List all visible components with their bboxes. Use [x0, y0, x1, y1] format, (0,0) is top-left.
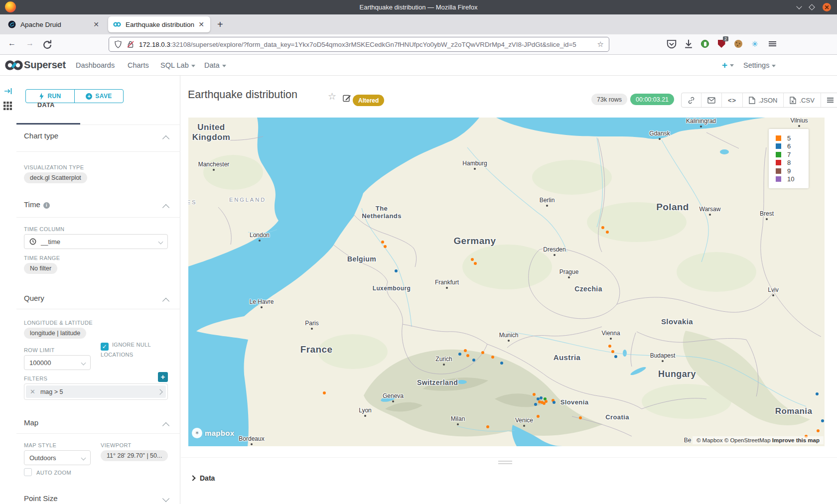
container-icon[interactable]: ✳ [749, 38, 760, 49]
earthquake-point[interactable] [537, 415, 540, 418]
time-column-select[interactable]: __time [24, 234, 168, 249]
favorite-star-icon[interactable]: ☆ [328, 91, 336, 102]
export-json-button[interactable]: .JSON [742, 93, 783, 107]
brand-name[interactable]: Superset [24, 59, 66, 71]
drag-handle[interactable] [498, 461, 512, 466]
section-point-size[interactable]: Point Size [24, 494, 58, 503]
deckgl-scatterplot-map[interactable]: United KingdomGermanyFrancePolandHungary… [188, 118, 825, 446]
ignore-null-locations[interactable]: ✓IGNORE NULL LOCATIONS [101, 341, 170, 359]
nav-dashboards[interactable]: Dashboards [76, 61, 115, 69]
filter-expand-icon[interactable] [158, 388, 162, 395]
chevron-up-icon[interactable] [162, 298, 169, 305]
copy-link-button[interactable] [682, 93, 701, 107]
export-csv-button[interactable]: .CSV [783, 93, 820, 107]
viz-type-chip[interactable]: deck.gl Scatterplot [24, 172, 87, 183]
mapbox-logo[interactable]: ✶ mapbox [192, 428, 234, 438]
earthquake-point[interactable] [534, 403, 537, 406]
tab-apache-druid[interactable]: Apache Druid ✕ [3, 16, 105, 32]
earthquake-point[interactable] [464, 349, 467, 352]
data-section-toggle[interactable]: Data [191, 474, 215, 482]
tab-earthquake-distribution[interactable]: Earthquake distribution ✕ [108, 16, 210, 32]
viewport-chip[interactable]: 11° 28' 29.70" | 50... [101, 450, 168, 461]
auto-zoom-checkbox[interactable] [24, 468, 32, 476]
embed-code-button[interactable]: <> [721, 93, 742, 107]
chevron-up-icon[interactable] [162, 135, 169, 142]
earthquake-point[interactable] [545, 400, 548, 403]
earthquake-point[interactable] [540, 396, 543, 399]
earthquake-point[interactable] [614, 355, 617, 358]
privacy-badger-icon[interactable] [699, 38, 710, 49]
insecure-lock-icon[interactable] [127, 40, 135, 48]
tab-close-icon[interactable]: ✕ [197, 20, 205, 28]
nav-data[interactable]: Data [204, 61, 226, 69]
earthquake-point[interactable] [395, 269, 398, 272]
section-query[interactable]: Query [24, 294, 44, 302]
nav-settings[interactable]: Settings [743, 61, 776, 69]
chevron-down-icon[interactable] [162, 495, 169, 502]
downloads-icon[interactable] [683, 38, 694, 49]
nav-charts[interactable]: Charts [128, 61, 149, 69]
earthquake-point[interactable] [471, 258, 474, 261]
chevron-up-icon[interactable] [162, 204, 169, 211]
forward-icon[interactable]: → [26, 39, 34, 48]
earthquake-point[interactable] [533, 393, 536, 396]
menu-icon[interactable] [767, 38, 778, 49]
map-style-select[interactable]: Outdoors [24, 450, 91, 465]
earthquake-point[interactable] [500, 362, 503, 365]
more-menu-button[interactable] [821, 93, 837, 107]
close-icon[interactable]: ✕ [823, 3, 831, 11]
earthquake-point[interactable] [611, 350, 614, 353]
earthquake-point[interactable] [466, 354, 469, 357]
earthquake-point[interactable] [817, 429, 820, 432]
add-filter-button[interactable]: + [158, 372, 168, 382]
earthquake-point[interactable] [472, 359, 475, 362]
expand-panel-icon[interactable] [4, 88, 12, 95]
maximize-icon[interactable] [808, 3, 816, 11]
earthquake-point[interactable] [606, 231, 609, 234]
pocket-icon[interactable] [666, 38, 677, 49]
url-bar[interactable]: 172.18.0.3:32108/superset/explore/?form_… [109, 37, 609, 52]
earthquake-point[interactable] [323, 391, 326, 394]
time-range-chip[interactable]: No filter [24, 263, 57, 274]
grid-icon[interactable] [3, 102, 12, 110]
earthquake-point[interactable] [553, 401, 556, 404]
earthquake-point[interactable] [816, 392, 819, 395]
earthquake-point[interactable] [384, 245, 387, 248]
chevron-up-icon[interactable] [162, 422, 169, 429]
earthquake-point[interactable] [821, 419, 824, 422]
ublock-icon[interactable]: 2 [716, 38, 727, 49]
section-map[interactable]: Map [24, 418, 38, 427]
minimize-icon[interactable] [795, 3, 803, 11]
row-limit-select[interactable]: 100000 [24, 355, 91, 370]
earthquake-point[interactable] [474, 262, 477, 265]
add-new-button[interactable]: + [722, 60, 734, 71]
remove-filter-icon[interactable]: ✕ [30, 388, 35, 395]
filter-chip[interactable]: ✕ mag > 5 [26, 385, 166, 398]
section-time[interactable]: Timei [24, 200, 50, 209]
section-chart-type[interactable]: Chart type [24, 131, 58, 140]
earthquake-point[interactable] [491, 356, 494, 359]
earthquake-point[interactable] [601, 226, 604, 229]
save-button[interactable]: + SAVE [74, 90, 123, 103]
tab-close-icon[interactable]: ✕ [92, 20, 100, 28]
reload-icon[interactable] [42, 39, 53, 50]
earthquake-point[interactable] [458, 353, 461, 356]
run-button[interactable]: RUN [26, 90, 74, 103]
attribution-text[interactable]: © Mapbox © OpenStreetMap [697, 437, 771, 443]
tab-data[interactable]: DATA [37, 102, 55, 109]
earthquake-point[interactable] [579, 416, 582, 419]
edit-icon[interactable] [343, 94, 351, 102]
shield-icon[interactable] [114, 40, 122, 48]
checkbox-checked-icon[interactable]: ✓ [101, 343, 109, 351]
nav-sql-lab[interactable]: SQL Lab [160, 61, 195, 69]
email-button[interactable] [701, 93, 721, 107]
lonlat-chip[interactable]: longitude | latitude [24, 328, 86, 339]
bookmark-star-icon[interactable]: ☆ [597, 40, 604, 49]
earthquake-point[interactable] [481, 351, 484, 354]
new-tab-button[interactable]: + [217, 19, 223, 30]
earthquake-point[interactable] [381, 241, 384, 244]
cookie-icon[interactable] [733, 38, 744, 49]
earthquake-point[interactable] [608, 345, 611, 348]
improve-map-link[interactable]: Improve this map [772, 437, 820, 443]
earthquake-point[interactable] [486, 425, 489, 428]
